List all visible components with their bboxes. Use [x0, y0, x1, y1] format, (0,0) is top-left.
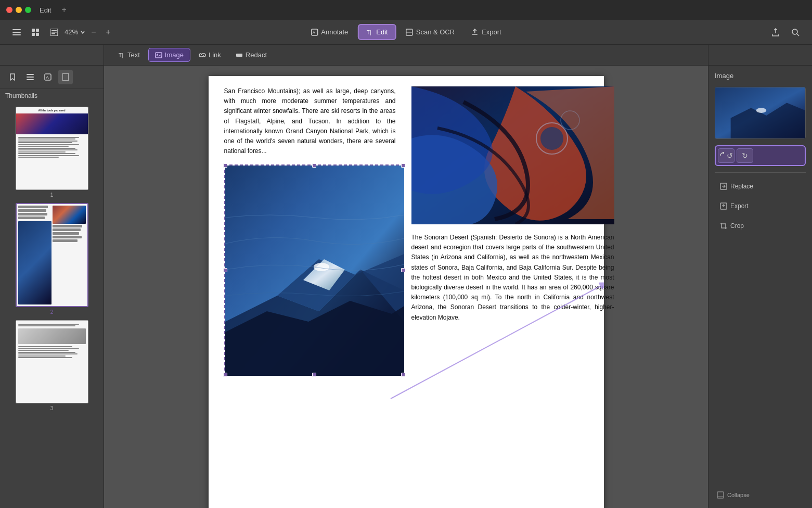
- rotate-right-icon: ↻: [742, 151, 748, 160]
- svg-rect-3: [32, 29, 35, 32]
- thumbnail-page-1[interactable]: All the tools you need: [16, 107, 88, 190]
- handle-top-left[interactable]: [223, 163, 227, 168]
- crop-button[interactable]: Crop: [715, 219, 806, 233]
- panel-preview-image: [715, 87, 806, 139]
- handle-middle-right[interactable]: [401, 268, 405, 272]
- svg-rect-4: [36, 29, 39, 32]
- zoom-in-button[interactable]: +: [102, 26, 114, 39]
- minimize-button[interactable]: [16, 7, 22, 13]
- search-button[interactable]: [787, 24, 804, 41]
- edit-nav-button[interactable]: T| Edit: [357, 24, 396, 40]
- right-panel: Image: [708, 66, 812, 508]
- pdf-selected-image: [225, 166, 404, 376]
- sidebar: A Thumbnails All the tools you need: [0, 66, 104, 508]
- link-icon: [199, 52, 206, 59]
- svg-rect-9: [51, 32, 57, 33]
- sidebar-toggle-button[interactable]: [8, 24, 25, 41]
- handle-bottom-right[interactable]: [401, 373, 405, 377]
- export-image-label: Export: [730, 202, 749, 210]
- thumbnail-button[interactable]: [58, 70, 73, 84]
- panel-preview-svg: [715, 87, 805, 138]
- text-tool-button[interactable]: T| Text: [112, 48, 146, 61]
- handle-bottom-middle[interactable]: [312, 373, 316, 377]
- text-icon: T|: [119, 52, 125, 58]
- zoom-controls: 42% − +: [65, 26, 114, 39]
- scan-ocr-nav-button[interactable]: Scan & OCR: [398, 25, 462, 39]
- zoom-out-button[interactable]: −: [87, 26, 100, 39]
- rotate-left-icon: ↺: [727, 151, 733, 160]
- content-area: San Francisco Mountains); as well as lar…: [104, 66, 708, 508]
- thumbnail-item-3[interactable]: 3: [16, 320, 88, 411]
- svg-rect-6: [36, 33, 39, 36]
- svg-point-32: [540, 127, 563, 150]
- replace-icon: [720, 183, 727, 190]
- replace-button[interactable]: Replace: [715, 179, 806, 194]
- thumbnail-page-3[interactable]: [16, 320, 88, 403]
- pdf-selected-image-container[interactable]: [224, 164, 404, 376]
- svg-rect-2: [12, 34, 21, 35]
- svg-text:A: A: [312, 30, 315, 35]
- handle-middle-left[interactable]: [223, 268, 227, 272]
- thumb-page1-text: [16, 134, 88, 160]
- collapse-button[interactable]: Collapse: [715, 488, 806, 502]
- share-button[interactable]: [767, 24, 784, 41]
- svg-rect-10: [51, 33, 55, 34]
- handle-bottom-left[interactable]: [223, 373, 227, 377]
- export-image-button[interactable]: Export: [715, 199, 806, 213]
- pdf-top-image: [411, 86, 614, 226]
- page-num-2: 2: [50, 309, 54, 315]
- rotate-left-button[interactable]: ↺: [718, 148, 734, 163]
- redact-icon: [236, 52, 243, 59]
- replace-label: Replace: [730, 183, 753, 190]
- svg-point-36: [756, 108, 767, 113]
- pdf-two-column-layout: San Francisco Mountains); as well as lar…: [224, 86, 588, 508]
- new-tab-button[interactable]: +: [61, 5, 66, 15]
- svg-line-17: [797, 34, 799, 36]
- thumb-page3-text: [16, 321, 88, 361]
- sidebar-toolbar: A: [0, 66, 104, 89]
- handle-top-middle[interactable]: [312, 163, 316, 168]
- grid-view-button[interactable]: [27, 24, 44, 41]
- rotate-right-button[interactable]: ↻: [737, 148, 753, 163]
- maximize-button[interactable]: [25, 7, 31, 13]
- svg-rect-5: [32, 33, 35, 36]
- bookmark-button[interactable]: [5, 70, 20, 84]
- collapse-icon: [717, 491, 724, 499]
- edit-label: Edit: [376, 28, 388, 36]
- panel-title: Image: [715, 72, 806, 80]
- annotate-nav-button[interactable]: A Annotate: [303, 25, 355, 39]
- svg-text:T|: T|: [366, 30, 371, 35]
- export-image-icon: [720, 202, 727, 210]
- page-num-3: 3: [50, 405, 54, 411]
- pdf-page: San Francisco Mountains); as well as lar…: [209, 76, 604, 508]
- redact-tool-button[interactable]: Redact: [229, 48, 273, 61]
- svg-point-20: [157, 54, 158, 55]
- image-tool-button[interactable]: Image: [148, 48, 190, 62]
- export-nav-button[interactable]: Export: [464, 25, 509, 39]
- pdf-right-column: The Sonoran Desert (Spanish: Desierto de…: [406, 86, 614, 508]
- export-icon: [471, 29, 479, 36]
- pdf-left-column: San Francisco Mountains); as well as lar…: [224, 86, 406, 508]
- thumb-page1-title: All the tools you need: [16, 107, 88, 113]
- thumb-page1-image: [16, 113, 88, 134]
- page-view-button[interactable]: [46, 24, 62, 41]
- thumbnail-item-2[interactable]: 2: [16, 203, 88, 315]
- link-tool-button[interactable]: Link: [192, 48, 227, 61]
- text-sidebar-button[interactable]: A: [41, 70, 55, 84]
- pdf-abstract-image: [411, 86, 614, 224]
- handle-top-right[interactable]: [401, 163, 405, 168]
- titlebar: Edit +: [0, 0, 812, 20]
- list-view-button[interactable]: [23, 70, 37, 84]
- annotate-icon: A: [311, 29, 318, 36]
- svg-rect-0: [12, 29, 21, 30]
- toolbar-right: [767, 24, 804, 41]
- thumbnail-item-1[interactable]: All the tools you need: [16, 107, 88, 198]
- link-tool-label: Link: [209, 51, 221, 59]
- edit-icon: T|: [366, 29, 373, 36]
- thumbnail-page-2[interactable]: [16, 203, 88, 307]
- close-button[interactable]: [6, 7, 12, 13]
- window-controls[interactable]: [6, 7, 31, 13]
- svg-text:A: A: [46, 75, 49, 80]
- subtoolbar-container: T| Text Image Link Redact: [0, 45, 812, 66]
- svg-rect-8: [51, 30, 57, 31]
